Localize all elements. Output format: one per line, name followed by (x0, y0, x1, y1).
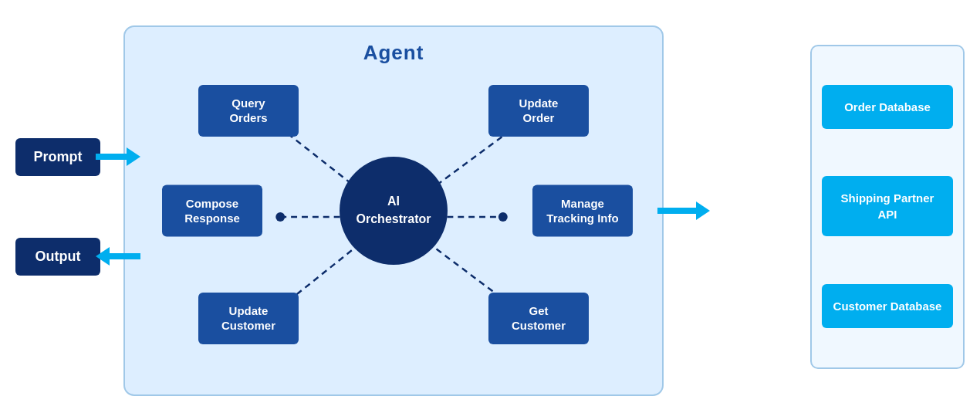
agent-title: Agent (363, 41, 424, 65)
order-db-label: Order Database (844, 100, 931, 113)
agent-to-db-connector (657, 201, 710, 220)
diagram-container: Prompt Output Agent (15, 10, 965, 404)
ai-label: AI (387, 193, 400, 210)
connector-arrowhead (696, 201, 710, 220)
prompt-arrow-head (127, 147, 140, 166)
orchestrator-label: Orchestrator (357, 211, 431, 228)
customer-database-box: Customer Database (822, 284, 953, 328)
left-panel: Prompt Output (15, 138, 100, 276)
prompt-arrow-line (96, 154, 127, 160)
svg-point-9 (498, 212, 508, 221)
prompt-label: Prompt (34, 149, 83, 164)
right-panel: Order Database Shipping Partner API Cust… (810, 45, 965, 369)
query-orders-box: QueryOrders (198, 85, 299, 137)
shipping-api-box: Shipping Partner API (822, 176, 953, 236)
output-arrow (96, 247, 140, 266)
get-customer-box: GetCustomer (488, 293, 589, 344)
order-database-box: Order Database (822, 85, 953, 129)
connector-line (657, 208, 696, 214)
output-box: Output (15, 238, 100, 276)
update-order-box: UpdateOrder (488, 85, 589, 137)
compose-response-box: ComposeResponse (162, 184, 262, 236)
update-customer-box: UpdateCustomer (198, 293, 299, 344)
ai-orchestrator: AI Orchestrator (340, 157, 448, 265)
output-arrow-line (110, 253, 140, 259)
output-arrow-head (96, 247, 110, 266)
shipping-api-label: Shipping Partner API (841, 191, 934, 221)
svg-point-8 (275, 212, 285, 221)
agent-box: Agent AI Orchestrator (123, 25, 664, 396)
customer-db-label: Customer Database (833, 300, 942, 313)
prompt-box: Prompt (15, 138, 100, 176)
manage-tracking-box: ManageTracking Info (532, 184, 633, 236)
prompt-arrow (96, 147, 140, 166)
output-label: Output (35, 249, 81, 264)
